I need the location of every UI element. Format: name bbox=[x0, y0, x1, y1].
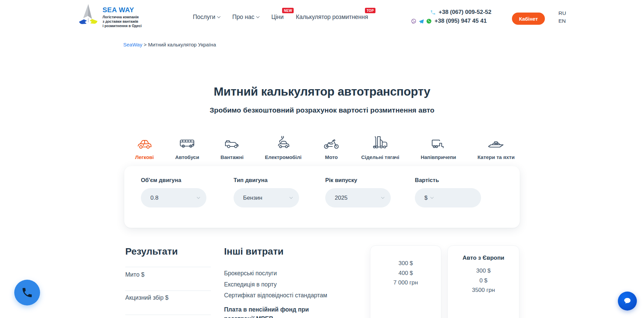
phone-icon bbox=[21, 286, 33, 299]
top-badge: TOP bbox=[365, 8, 375, 13]
tab-label: Вантажні bbox=[221, 154, 244, 160]
chevron-down-icon bbox=[197, 196, 200, 199]
results-title: Результати bbox=[125, 246, 178, 257]
result-item-duty: Мито $ bbox=[125, 271, 145, 278]
bus-icon bbox=[179, 134, 196, 150]
divider bbox=[125, 315, 211, 315]
tab-label: Електромобілі bbox=[265, 154, 301, 160]
page-title: Митний калькулятор автотранспорту bbox=[0, 85, 644, 98]
cost-group: Вартість $ bbox=[415, 177, 481, 207]
other-cost-certificate: Сертифікат відповідності стандартам bbox=[224, 292, 327, 299]
breadcrumb-current: Митний калькулятор Україна bbox=[148, 42, 216, 47]
logo[interactable]: SEA WAY Логістична компанія з доставки в… bbox=[78, 3, 142, 28]
header: SEA WAY Логістична компанія з доставки в… bbox=[0, 0, 644, 34]
nav-item-services[interactable]: Послуги bbox=[193, 14, 220, 21]
chevron-down-icon bbox=[217, 15, 221, 18]
year-group: Рік випуску 2025 bbox=[325, 177, 391, 207]
vehicle-type-tabs: Легкові Автобуси Вантажні bbox=[135, 134, 515, 160]
call-fab-button[interactable] bbox=[14, 280, 40, 305]
chevron-down-icon bbox=[290, 196, 293, 199]
new-badge: NEW bbox=[282, 8, 294, 13]
costs-card-default: 300 $ 400 $ 7 000 грн bbox=[370, 245, 441, 318]
tab-electric-cars[interactable]: Електромобілі bbox=[265, 134, 301, 160]
calculator-form-card: Об'єм двигуна 0.8 Тип двигуна Бензин Рік… bbox=[124, 166, 520, 228]
cost-input[interactable]: $ bbox=[415, 188, 481, 207]
chevron-down-icon bbox=[381, 196, 385, 199]
tab-label: Мото bbox=[325, 154, 338, 160]
selected-value: 2025 bbox=[335, 195, 382, 201]
engine-type-select[interactable]: Бензин bbox=[234, 188, 299, 207]
logo-text: SEA WAY Логістична компанія з доставки в… bbox=[103, 3, 142, 28]
tab-label: Напівпричепи bbox=[421, 154, 456, 160]
phone-secondary[interactable]: +38 (095) 947 45 41 bbox=[435, 18, 487, 24]
page-subtitle: Зробимо безкоштовний розрахунок вартості… bbox=[0, 106, 644, 114]
currency-select[interactable]: $ bbox=[424, 195, 427, 201]
other-cost-pension-fund: Плата в пенсійний фонд при реєстрації МР… bbox=[224, 305, 326, 318]
tab-semi-trailers[interactable]: Напівпричепи bbox=[421, 134, 456, 160]
tab-buses[interactable]: Автобуси bbox=[175, 134, 199, 160]
nav-item-about[interactable]: Про нас bbox=[232, 14, 259, 21]
tab-label: Легкові bbox=[135, 154, 154, 160]
cost-label: Вартість bbox=[415, 177, 481, 183]
tab-motorcycles[interactable]: Мото bbox=[323, 134, 340, 160]
breadcrumb-separator: > bbox=[144, 42, 147, 47]
card-value: 400 $ bbox=[370, 270, 441, 277]
truck-icon bbox=[224, 134, 241, 150]
chevron-down-icon bbox=[430, 196, 434, 199]
tab-semi-trucks[interactable]: Сідельні тягачі bbox=[361, 134, 399, 160]
phone-secondary-row: +38 (095) 947 45 41 bbox=[411, 18, 487, 24]
engine-type-label: Тип двигуна bbox=[234, 177, 299, 183]
motorcycle-icon bbox=[323, 134, 340, 150]
tab-trucks[interactable]: Вантажні bbox=[221, 134, 244, 160]
other-costs-title: Інші витрати bbox=[224, 246, 283, 257]
card-value: 0 $ bbox=[448, 277, 519, 284]
yacht-icon bbox=[487, 134, 505, 150]
nav-item-prices[interactable]: Ціни NEW bbox=[271, 14, 283, 21]
divider bbox=[125, 291, 211, 291]
chat-bubble-icon bbox=[622, 296, 632, 306]
tab-label: Автобуси bbox=[175, 154, 199, 160]
semi-truck-icon bbox=[371, 134, 389, 150]
divider bbox=[125, 267, 211, 267]
electric-car-icon bbox=[275, 134, 292, 150]
card-value: 300 $ bbox=[448, 267, 519, 274]
tab-label: Катери та яхти bbox=[477, 154, 514, 160]
year-label: Рік випуску bbox=[325, 177, 391, 183]
paper-boat-logo-icon bbox=[78, 3, 98, 26]
telegram-icon[interactable] bbox=[418, 18, 424, 24]
result-item-excise: Акцизний збір $ bbox=[125, 294, 168, 301]
year-select[interactable]: 2025 bbox=[325, 188, 391, 207]
engine-volume-label: Об'єм двигуна bbox=[141, 177, 206, 183]
whatsapp-icon[interactable] bbox=[426, 18, 432, 24]
logo-title: SEA WAY bbox=[103, 6, 142, 14]
customs-calculator-page: SEA WAY Логістична компанія з доставки в… bbox=[0, 0, 644, 318]
breadcrumb-home-link[interactable]: SeaWay bbox=[123, 42, 142, 47]
nav-item-customs-calculator[interactable]: Калькулятор розмитнення TOP bbox=[296, 14, 368, 21]
phone-icon bbox=[430, 9, 436, 15]
trailer-icon bbox=[430, 134, 447, 150]
lang-en[interactable]: EN bbox=[558, 17, 566, 25]
phone-primary-row: +38 (067) 009-52-52 bbox=[430, 9, 491, 16]
card-value: 7 000 грн bbox=[370, 279, 441, 286]
engine-volume-group: Об'єм двигуна 0.8 bbox=[141, 177, 206, 207]
chevron-down-icon bbox=[256, 15, 260, 18]
nav-label: Калькулятор розмитнення bbox=[296, 14, 368, 21]
messenger-icons bbox=[411, 18, 432, 24]
chat-widget-button[interactable] bbox=[618, 292, 637, 311]
tab-label: Сідельні тягачі bbox=[361, 154, 399, 160]
phone-primary[interactable]: +38 (067) 009-52-52 bbox=[439, 9, 491, 16]
selected-value: 0.8 bbox=[150, 195, 197, 201]
engine-volume-select[interactable]: 0.8 bbox=[141, 188, 206, 207]
lang-ru[interactable]: RU bbox=[558, 9, 566, 17]
card-value: 300 $ bbox=[370, 260, 441, 267]
tab-boats-yachts[interactable]: Катери та яхти bbox=[477, 134, 514, 160]
language-switcher: RU EN bbox=[558, 9, 566, 25]
other-cost-broker: Брокерські послуги bbox=[224, 270, 277, 277]
nav-label: Ціни bbox=[271, 14, 283, 21]
viber-icon[interactable] bbox=[411, 18, 417, 24]
nav-label: Послуги bbox=[193, 14, 215, 21]
tab-cars[interactable]: Легкові bbox=[135, 134, 154, 160]
cabinet-button[interactable]: Кабінет bbox=[512, 13, 545, 25]
car-icon bbox=[136, 134, 153, 150]
card-value: 3500 грн bbox=[448, 287, 519, 294]
